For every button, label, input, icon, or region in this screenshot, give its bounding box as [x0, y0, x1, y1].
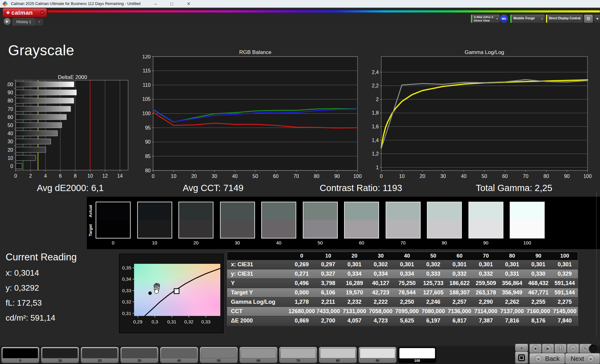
table-cell: 7080,000 — [420, 307, 446, 316]
gray-patch-button-40[interactable]: 40 — [160, 347, 198, 363]
svg-text:40: 40 — [461, 174, 467, 179]
stat-avg-de2000: Avg dE2000: 6,1 — [37, 183, 104, 193]
frame-icon: [-] — [557, 345, 564, 352]
svg-text:2,4: 2,4 — [372, 70, 379, 75]
table-col-header-20: 20 — [341, 252, 368, 260]
next-label: Next — [571, 355, 584, 362]
swatch-label: 70 — [386, 240, 421, 245]
frame-button[interactable]: [-] — [554, 344, 567, 353]
add-tab-button[interactable]: + — [36, 19, 43, 25]
svg-text:0,31: 0,31 — [122, 311, 131, 316]
rainbow-accent-bar — [48, 10, 600, 12]
svg-text:0,35: 0,35 — [122, 265, 131, 270]
gray-patch-fill — [122, 348, 157, 358]
next-button[interactable]: Next » — [565, 353, 600, 364]
play-button[interactable]: ▶ — [542, 344, 554, 353]
table-cell: 0,000 — [288, 288, 315, 298]
swatch-20: 20 — [178, 202, 213, 245]
gray-patch-fill — [161, 348, 197, 358]
table-cell: 0,332 — [473, 269, 499, 279]
table-row-label: x: CIE31 — [227, 260, 288, 269]
table-col-header-10: 10 — [315, 252, 341, 260]
swatch-10: 10 — [137, 202, 172, 245]
stop-button[interactable]: ■ — [529, 344, 542, 353]
swatch-label: 100 — [510, 240, 545, 245]
display-control-dropdown[interactable]: Direct Display Control ▼ — [546, 14, 583, 23]
svg-text:30: 30 — [440, 174, 446, 179]
settings-button[interactable]: ⚙ — [584, 14, 593, 23]
svg-text:80: 80 — [314, 174, 319, 179]
swatch-target — [386, 220, 420, 238]
calman-menu-button[interactable]: ❖ calman ▼ — [2, 8, 47, 17]
svg-text:1,2: 1,2 — [372, 151, 379, 156]
minimize-button[interactable]: – — [154, 1, 157, 6]
swatch-target — [469, 220, 503, 238]
expand-panel-button[interactable]: ▲ — [515, 344, 528, 352]
gray-patch-button-0[interactable]: 0 — [1, 347, 39, 363]
swatch-target — [179, 220, 213, 238]
gray-patch-button-10[interactable]: 10 — [41, 347, 79, 363]
table-col-header-100: 100 — [552, 252, 578, 260]
meter-name: X-Rite i1Pro 3 — [474, 15, 493, 19]
tab-scroll-button[interactable]: ▶ — [3, 17, 11, 26]
gray-patch-button-90[interactable]: 90 — [358, 347, 397, 363]
table-cell: 0,301 — [552, 260, 578, 269]
gray-patch-button-60[interactable]: 60 — [239, 347, 278, 363]
svg-text:90: 90 — [334, 174, 340, 179]
gray-patch-button-70[interactable]: 70 — [279, 347, 317, 363]
table-cell: 2,250 — [394, 298, 420, 307]
chevron-down-icon: ▼ — [541, 18, 543, 20]
svg-text:110: 110 — [142, 82, 151, 88]
table-cell: 591,144 — [552, 279, 578, 288]
svg-text:50: 50 — [8, 123, 13, 128]
gray-patch-button-100[interactable]: 100 — [398, 347, 436, 363]
svg-text:0: 0 — [380, 174, 383, 179]
table-cell: 7,387 — [473, 316, 499, 326]
table-row-label: Gamma Log/Log — [227, 298, 288, 307]
svg-text:90: 90 — [145, 139, 151, 145]
table-row-label: ΔE 2000 — [227, 316, 288, 326]
svg-text:0,32: 0,32 — [122, 299, 131, 304]
gray-patch-button-50[interactable]: 50 — [200, 347, 238, 363]
gray-patch-fill — [399, 348, 435, 358]
play-icon: ▶ — [6, 20, 8, 23]
close-button[interactable]: ✕ — [187, 1, 191, 6]
chevron-down-icon: ▼ — [579, 18, 581, 20]
table-cell: 6,106 — [315, 288, 341, 298]
collapse-toolbar-button[interactable]: ◀ — [593, 14, 600, 23]
continuous-button[interactable]: ∞ — [567, 344, 579, 353]
current-reading-panel: Current Reading x: 0,3014 y: 0,3292 fL: … — [6, 252, 77, 323]
swatch-80: 80 — [427, 202, 462, 245]
gray-patch-label: 10 — [42, 358, 78, 363]
table-cell: 4,723 — [368, 316, 394, 326]
up-arrow-icon: ▲ — [520, 346, 523, 349]
meter-selector-dropdown[interactable]: X-Rite i1Pro 3 Direct View ▼ — [471, 14, 500, 23]
source-selector-dropdown[interactable]: Mobile Forge ▼ — [510, 14, 545, 23]
tab-history-1[interactable]: History 1 — [12, 18, 35, 26]
maximize-button[interactable]: □ — [170, 1, 173, 6]
svg-text:50: 50 — [252, 174, 258, 179]
table-cell: 2,700 — [315, 316, 341, 326]
svg-text:80: 80 — [145, 168, 151, 173]
swatch-target — [138, 220, 172, 238]
gray-patch-button-30[interactable]: 30 — [120, 347, 158, 363]
table-cell: 5,625 — [394, 316, 420, 326]
swatch-actual — [262, 202, 296, 220]
svg-text:0,33: 0,33 — [122, 288, 131, 293]
panel-divider — [596, 192, 597, 337]
swatch-actual — [96, 202, 130, 220]
table-cell: 468,432 — [525, 279, 552, 288]
gamma-chart-title: Gamma Log/Log — [381, 49, 588, 56]
infinity-icon: ∞ — [569, 345, 577, 352]
gray-patch-button-80[interactable]: 80 — [319, 347, 357, 363]
patch-window-button[interactable] — [515, 352, 528, 364]
table-cell: 7,816 — [499, 316, 525, 326]
table-cell: 0,331 — [499, 269, 525, 279]
svg-text:0: 0 — [10, 164, 13, 169]
gray-patch-button-20[interactable]: 20 — [81, 347, 119, 363]
gray-patch-label: 90 — [360, 358, 395, 363]
table-cell: 16,289 — [341, 279, 368, 288]
back-button[interactable]: « Back — [529, 353, 565, 364]
svg-text:0: 0 — [152, 174, 155, 179]
svg-text:60: 60 — [502, 174, 508, 179]
